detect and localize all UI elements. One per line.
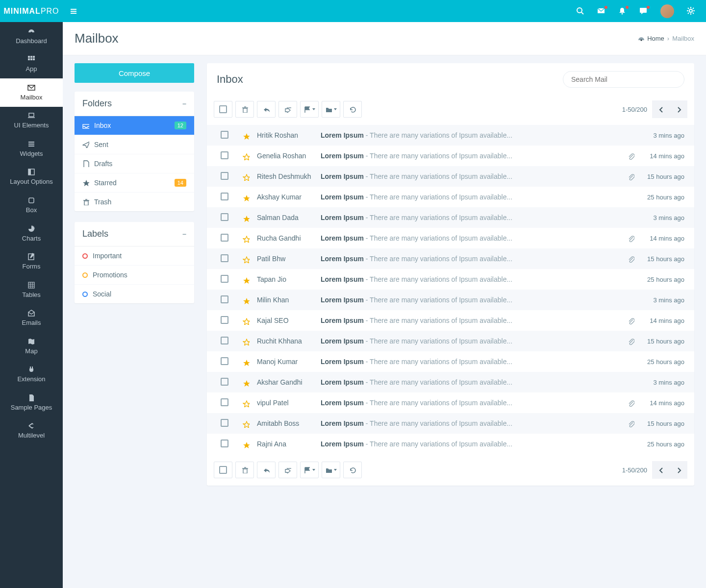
star-icon[interactable] (235, 440, 257, 448)
mail-row[interactable]: Patil Bhw Lorem Ipsum - There are many v… (207, 248, 694, 269)
mail-checkbox[interactable] (214, 295, 235, 305)
mail-row[interactable]: Kajal SEO Lorem Ipsum - There are many v… (207, 310, 694, 331)
mail-checkbox[interactable] (214, 275, 235, 284)
select-all-checkbox[interactable] (214, 101, 232, 118)
sidebar-item-dashboard[interactable]: Dashboard (0, 22, 63, 50)
sidebar-item-extension[interactable]: Extension (0, 361, 63, 389)
mail-icon[interactable] (597, 7, 605, 15)
mail-checkbox[interactable] (214, 172, 235, 181)
delete-button[interactable] (235, 462, 254, 478)
mail-row[interactable]: Hritik Roshan Lorem Ipsum - There are ma… (207, 125, 694, 146)
star-icon[interactable] (235, 172, 257, 180)
folder-drafts[interactable]: Drafts (75, 154, 194, 173)
label-important[interactable]: Important (75, 246, 194, 266)
folder-dropdown[interactable] (322, 101, 340, 118)
mail-row[interactable]: Milin Khan Lorem Ipsum - There are many … (207, 290, 694, 310)
mail-checkbox[interactable] (214, 357, 235, 367)
compose-button[interactable]: Compose (75, 63, 194, 83)
mail-checkbox[interactable] (214, 398, 235, 408)
mail-row[interactable]: Salman Dada Lorem Ipsum - There are many… (207, 207, 694, 228)
gear-icon[interactable] (687, 7, 695, 15)
select-all-checkbox[interactable] (214, 462, 232, 478)
folder-dropdown[interactable] (322, 462, 340, 478)
star-icon[interactable] (235, 275, 257, 283)
sidebar-item-box[interactable]: Box (0, 191, 63, 220)
mail-checkbox[interactable] (214, 254, 235, 264)
mail-row[interactable]: Rajni Ana Lorem Ipsum - There are many v… (207, 434, 694, 454)
mail-checkbox[interactable] (214, 440, 235, 449)
star-icon[interactable] (235, 316, 257, 324)
star-icon[interactable] (235, 151, 257, 160)
collapse-icon[interactable]: − (182, 230, 186, 238)
mail-checkbox[interactable] (214, 213, 235, 222)
forward-button[interactable] (278, 462, 297, 478)
folder-starred[interactable]: Starred14 (75, 173, 194, 193)
brand-logo[interactable]: MINIMALPRO (0, 7, 63, 16)
sidebar-item-charts[interactable]: Charts (0, 220, 63, 248)
mail-row[interactable]: Tapan Jio Lorem Ipsum - There are many v… (207, 269, 694, 290)
star-icon[interactable] (235, 254, 257, 263)
breadcrumb-home[interactable]: Home (647, 35, 664, 42)
star-icon[interactable] (235, 398, 257, 407)
star-icon[interactable] (235, 337, 257, 345)
sidebar-item-tables[interactable]: Tables (0, 276, 63, 304)
star-icon[interactable] (235, 131, 257, 139)
sidebar-item-layout-options[interactable]: Layout Options (0, 163, 63, 192)
search-mail-input[interactable] (563, 71, 684, 88)
mail-checkbox[interactable] (214, 151, 235, 161)
folder-trash[interactable]: Trash (75, 193, 194, 211)
mail-checkbox[interactable] (214, 337, 235, 346)
mail-row[interactable]: Genelia Roshan Lorem Ipsum - There are m… (207, 146, 694, 166)
label-promotions[interactable]: Promotions (75, 266, 194, 285)
label-social[interactable]: Social (75, 285, 194, 303)
chat-icon[interactable] (639, 7, 648, 15)
mail-checkbox[interactable] (214, 131, 235, 140)
forward-button[interactable] (278, 101, 297, 118)
next-page-button[interactable] (670, 461, 687, 479)
mail-row[interactable]: Ritesh Deshmukh Lorem Ipsum - There are … (207, 166, 694, 187)
refresh-button[interactable] (343, 101, 362, 118)
mail-row[interactable]: vipul Patel Lorem Ipsum - There are many… (207, 392, 694, 413)
sidebar-item-sample-pages[interactable]: Sample Pages (0, 389, 63, 417)
star-icon[interactable] (235, 234, 257, 242)
bell-icon[interactable] (618, 7, 627, 15)
star-icon[interactable] (235, 213, 257, 221)
folder-sent[interactable]: Sent (75, 135, 194, 154)
mail-row[interactable]: Ruchit Khhana Lorem Ipsum - There are ma… (207, 331, 694, 351)
mail-row[interactable]: Akshar Gandhi Lorem Ipsum - There are ma… (207, 372, 694, 392)
menu-toggle-icon[interactable] (63, 7, 84, 15)
sidebar-item-mailbox[interactable]: Mailbox (0, 78, 63, 107)
collapse-icon[interactable]: − (182, 100, 186, 108)
star-icon[interactable] (235, 357, 257, 366)
star-icon[interactable] (235, 419, 257, 427)
sidebar-item-forms[interactable]: Forms (0, 248, 63, 276)
sidebar-item-multilevel[interactable]: Multilevel (0, 417, 63, 445)
refresh-button[interactable] (343, 462, 362, 478)
flag-dropdown[interactable] (300, 462, 319, 478)
search-icon[interactable] (576, 7, 584, 15)
sidebar-item-emails[interactable]: Emails (0, 304, 63, 333)
prev-page-button[interactable] (652, 100, 670, 118)
delete-button[interactable] (235, 101, 254, 118)
next-page-button[interactable] (670, 100, 687, 118)
mail-checkbox[interactable] (214, 316, 235, 325)
star-icon[interactable] (235, 193, 257, 201)
mail-checkbox[interactable] (214, 419, 235, 428)
mail-row[interactable]: Manoj Kumar Lorem Ipsum - There are many… (207, 351, 694, 372)
flag-dropdown[interactable] (300, 101, 319, 118)
reply-button[interactable] (257, 101, 276, 118)
folder-inbox[interactable]: Inbox12 (75, 116, 194, 135)
mail-checkbox[interactable] (214, 193, 235, 202)
sidebar-item-ui-elements[interactable]: UI Elements (0, 107, 63, 135)
avatar[interactable] (660, 4, 674, 18)
mail-checkbox[interactable] (214, 378, 235, 387)
star-icon[interactable] (235, 295, 257, 304)
mail-row[interactable]: Amitabh Boss Lorem Ipsum - There are man… (207, 413, 694, 434)
mail-row[interactable]: Rucha Gandhi Lorem Ipsum - There are man… (207, 228, 694, 248)
star-icon[interactable] (235, 378, 257, 386)
reply-button[interactable] (257, 462, 276, 478)
sidebar-item-app[interactable]: App (0, 50, 63, 79)
mail-row[interactable]: Akshay Kumar Lorem Ipsum - There are man… (207, 187, 694, 207)
sidebar-item-widgets[interactable]: Widgets (0, 135, 63, 163)
mail-checkbox[interactable] (214, 234, 235, 243)
